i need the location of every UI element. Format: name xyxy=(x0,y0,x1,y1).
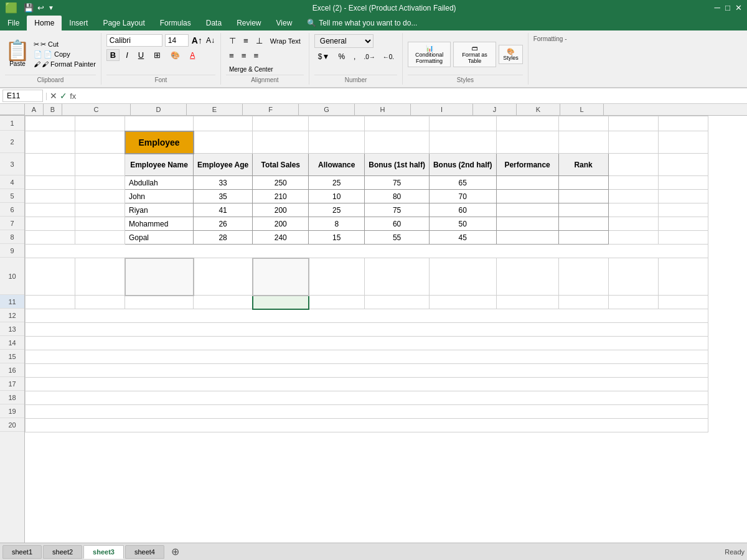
row-num-15[interactable]: 15 xyxy=(0,350,24,363)
cell-f10[interactable] xyxy=(309,258,365,296)
data-bonus1-4[interactable]: 75 xyxy=(365,176,430,190)
cell-g1[interactable] xyxy=(365,116,430,131)
data-name-5[interactable]: John xyxy=(125,190,194,203)
quick-access-dropdown[interactable]: ▼ xyxy=(48,4,54,11)
data-rank-6[interactable] xyxy=(558,203,608,217)
data-rank-4[interactable] xyxy=(558,176,608,190)
cell-e2[interactable] xyxy=(253,131,309,154)
paste-button[interactable]: 📋 Paste xyxy=(5,40,30,67)
font-name-input[interactable] xyxy=(106,34,162,47)
data-sales-5[interactable]: 210 xyxy=(253,190,309,203)
cell-l4[interactable] xyxy=(658,176,708,190)
cell-d2[interactable] xyxy=(194,131,253,154)
fill-color-button[interactable]: 🎨 xyxy=(167,50,184,61)
cell-c1[interactable] xyxy=(125,116,194,131)
header-name[interactable]: Employee Name xyxy=(125,154,194,176)
cell-l11[interactable] xyxy=(658,296,708,309)
data-age-4[interactable]: 33 xyxy=(194,176,253,190)
data-allowance-8[interactable]: 15 xyxy=(309,231,365,245)
sheet-tab-sheet1[interactable]: sheet1 xyxy=(2,545,42,559)
wrap-text-button[interactable]: Wrap Text xyxy=(267,34,304,47)
cell-a2[interactable] xyxy=(26,131,75,154)
col-header-k[interactable]: K xyxy=(517,104,560,115)
col-header-a[interactable]: A xyxy=(25,104,44,115)
cell-f11[interactable] xyxy=(309,296,365,309)
data-bonus2-4[interactable]: 65 xyxy=(429,176,496,190)
cell-d11[interactable] xyxy=(194,296,253,309)
cell-a8[interactable] xyxy=(26,231,75,245)
confirm-formula-button[interactable]: ✓ xyxy=(60,91,67,101)
cell-e11[interactable] xyxy=(253,296,309,309)
cell-k10[interactable] xyxy=(608,258,658,296)
cell-a11[interactable] xyxy=(26,296,75,309)
data-name-6[interactable]: Riyan xyxy=(125,203,194,217)
font-shrink-button[interactable]: A↓ xyxy=(205,35,215,45)
data-allowance-4[interactable]: 25 xyxy=(309,176,365,190)
data-allowance-7[interactable]: 8 xyxy=(309,217,365,231)
row-num-9[interactable]: 9 xyxy=(0,244,24,258)
tab-view[interactable]: View xyxy=(269,16,300,30)
data-age-5[interactable]: 35 xyxy=(194,190,253,203)
col-header-c[interactable]: C xyxy=(62,104,131,115)
cell-k8[interactable] xyxy=(608,231,658,245)
comma-button[interactable]: , xyxy=(350,50,359,63)
cell-i10[interactable] xyxy=(496,258,558,296)
cell-l5[interactable] xyxy=(658,190,708,203)
font-color-button[interactable]: A xyxy=(186,50,199,61)
cell-f1[interactable] xyxy=(309,116,365,131)
decrease-decimal-button[interactable]: ←0. xyxy=(380,52,397,62)
cell-a6[interactable] xyxy=(26,203,75,217)
data-performance-7[interactable] xyxy=(496,217,558,231)
cell-b2[interactable] xyxy=(75,131,125,154)
row-num-5[interactable]: 5 xyxy=(0,189,24,203)
cell-b5[interactable] xyxy=(75,190,125,203)
sheet-tab-sheet4[interactable]: sheet4 xyxy=(125,545,164,559)
tab-home[interactable]: Home xyxy=(27,16,62,30)
cut-button[interactable]: ✂ ✂ Cut xyxy=(34,40,96,49)
col-header-h[interactable]: H xyxy=(355,104,411,115)
cell-i1[interactable] xyxy=(496,116,558,131)
font-grow-button[interactable]: A↑ xyxy=(191,35,203,46)
cell-h1[interactable] xyxy=(429,116,496,131)
data-rank-7[interactable] xyxy=(558,217,608,231)
data-allowance-6[interactable]: 25 xyxy=(309,203,365,217)
cell-i2[interactable] xyxy=(496,131,558,154)
align-right-button[interactable]: ≡ xyxy=(251,49,262,62)
tab-review[interactable]: Review xyxy=(229,16,268,30)
cell-j2[interactable] xyxy=(558,131,608,154)
add-sheet-button[interactable]: ⊕ xyxy=(166,543,185,560)
row-num-7[interactable]: 7 xyxy=(0,217,24,230)
header-bonus1[interactable]: Bonus (1st half) xyxy=(365,154,430,176)
cell-l8[interactable] xyxy=(658,231,708,245)
data-age-7[interactable]: 26 xyxy=(194,217,253,231)
row-num-2[interactable]: 2 xyxy=(0,131,24,153)
tab-file[interactable]: File xyxy=(0,16,27,30)
cell-d10[interactable] xyxy=(194,258,253,296)
conditional-formatting-button[interactable]: 📊 Conditional Formatting xyxy=(408,42,451,67)
cell-j10[interactable] xyxy=(558,258,608,296)
merge-center-button[interactable]: Merge & Center xyxy=(226,64,276,75)
row-num-18[interactable]: 18 xyxy=(0,391,24,404)
cell-reference-box[interactable] xyxy=(2,90,43,102)
font-size-input[interactable] xyxy=(165,34,189,47)
data-bonus1-5[interactable]: 80 xyxy=(365,190,430,203)
data-age-8[interactable]: 28 xyxy=(194,231,253,245)
cell-k6[interactable] xyxy=(608,203,658,217)
row-num-12[interactable]: 12 xyxy=(0,309,24,322)
header-performance[interactable]: Performance xyxy=(496,154,558,176)
row-num-11[interactable]: 11 xyxy=(0,295,24,309)
cell-a7[interactable] xyxy=(26,217,75,231)
cell-b4[interactable] xyxy=(75,176,125,190)
header-bonus2[interactable]: Bonus (2nd half) xyxy=(429,154,496,176)
cell-d1[interactable] xyxy=(194,116,253,131)
save-button[interactable]: 💾 xyxy=(24,3,34,12)
cell-k5[interactable] xyxy=(608,190,658,203)
tab-data[interactable]: Data xyxy=(199,16,229,30)
col-header-l[interactable]: L xyxy=(560,104,604,115)
minimize-button[interactable]: ─ xyxy=(714,3,720,12)
cell-a4[interactable] xyxy=(26,176,75,190)
col-header-e[interactable]: E xyxy=(187,104,243,115)
data-bonus2-6[interactable]: 60 xyxy=(429,203,496,217)
cell-j1[interactable] xyxy=(558,116,608,131)
number-format-select[interactable]: General Number Currency Percentage xyxy=(314,34,374,48)
